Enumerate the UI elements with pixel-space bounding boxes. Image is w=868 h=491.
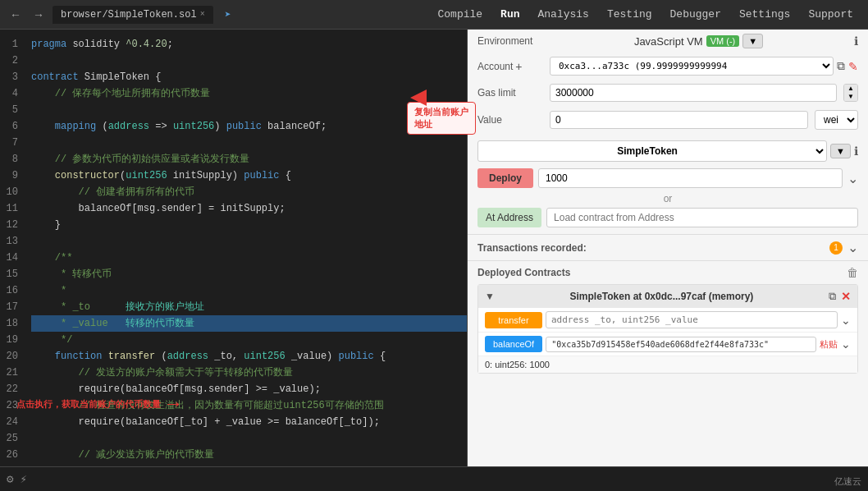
- deploy-button[interactable]: Deploy: [477, 168, 533, 188]
- transfer-button[interactable]: transfer: [485, 312, 542, 328]
- back-button[interactable]: ←: [7, 7, 25, 23]
- code-lines: 1 2 3 4 5 6 7 8 9 10 11 12 13 14 15 16 1: [0, 30, 467, 466]
- bottom-icon-2[interactable]: ⚡: [20, 472, 26, 486]
- code-editor-wrapper: 1 2 3 4 5 6 7 8 9 10 11 12 13 14 15 16 1: [0, 30, 468, 466]
- balanceof-button[interactable]: balanceOf: [485, 336, 542, 352]
- transfer-input[interactable]: [546, 311, 838, 328]
- forward-arrow-icon: ➤: [225, 8, 231, 21]
- close-tab-button[interactable]: ×: [200, 10, 205, 19]
- line-num-7: 7: [0, 135, 25, 151]
- code-content: pragma solidity ^0.4.20; contract Simple…: [25, 30, 467, 466]
- code-line-23: // 检查有没有发生溢出，因为数量有可能超过uint256可存储的范围: [31, 397, 467, 414]
- code-line-15: * 转移代币: [31, 266, 467, 282]
- file-tab[interactable]: browser/SimpleToken.sol ×: [53, 6, 213, 24]
- gas-down-button[interactable]: ▼: [844, 93, 857, 101]
- line-num-16: 16: [0, 282, 25, 299]
- code-line-7: [31, 135, 467, 151]
- gas-limit-input[interactable]: [550, 84, 837, 102]
- contract-select[interactable]: SimpleToken: [477, 140, 827, 162]
- nav-support[interactable]: Support: [800, 5, 861, 24]
- instance-title: SimpleToken at 0x0dc...97caf (memory): [500, 291, 824, 302]
- line-numbers: 1 2 3 4 5 6 7 8 9 10 11 12 13 14 15 16 1: [0, 30, 25, 466]
- line-num-25: 25: [0, 430, 25, 447]
- code-line-2: [31, 53, 467, 69]
- transactions-expand-button[interactable]: ⌄: [847, 240, 858, 255]
- account-edit-icon[interactable]: ✎: [848, 60, 858, 73]
- nav-compile[interactable]: Compile: [430, 5, 491, 24]
- instance-copy-icon[interactable]: ⧉: [829, 290, 836, 303]
- code-line-19: */: [31, 332, 467, 348]
- code-line-24: require(balanceOf[_to] + _value >= balan…: [31, 414, 467, 430]
- at-address-button[interactable]: At Address: [477, 208, 541, 227]
- deployed-contracts-title: Deployed Contracts: [477, 267, 842, 278]
- environment-dropdown[interactable]: ▼: [742, 34, 763, 48]
- code-editor[interactable]: 1 2 3 4 5 6 7 8 9 10 11 12 13 14 15 16 1: [0, 30, 468, 466]
- line-num-14: 14: [0, 250, 25, 266]
- nav-settings[interactable]: Settings: [731, 5, 798, 24]
- line-num-22: 22: [0, 381, 25, 397]
- top-bar-left: ← → browser/SimpleToken.sol × ➤: [7, 6, 425, 24]
- nav-run[interactable]: Run: [492, 5, 528, 24]
- value-label: Value: [477, 114, 543, 126]
- bottom-bar: ⚙ ⚡: [0, 466, 868, 491]
- code-line-13: [31, 233, 467, 250]
- top-bar: ← → browser/SimpleToken.sol × ➤ Compile …: [0, 0, 868, 30]
- nav-debugger[interactable]: Debugger: [662, 5, 729, 24]
- account-plus-icon[interactable]: +: [515, 60, 522, 73]
- transactions-header[interactable]: Transactions recorded: 1 ⌄: [477, 240, 858, 255]
- at-address-input[interactable]: [546, 208, 858, 227]
- transfer-expand-button[interactable]: ⌄: [841, 314, 851, 327]
- instance-close-icon[interactable]: ✕: [841, 290, 851, 303]
- code-line-5: [31, 102, 467, 118]
- nav-testing[interactable]: Testing: [599, 5, 660, 24]
- gas-up-button[interactable]: ▲: [844, 85, 857, 93]
- balanceof-expand-button[interactable]: ⌄: [841, 337, 851, 351]
- contract-info-icon[interactable]: ℹ: [854, 145, 858, 158]
- code-line-14: /**: [31, 250, 467, 266]
- watermark: 亿速云: [834, 475, 861, 488]
- value-row: Value wei: [468, 106, 868, 134]
- paste-button[interactable]: 粘贴: [820, 338, 838, 351]
- deploy-expand-button[interactable]: ⌄: [847, 171, 858, 186]
- account-select[interactable]: 0xca3...a733c (99.9999999999994: [550, 57, 834, 76]
- code-line-20: function transfer (address _to, uint256 …: [31, 348, 467, 365]
- line-num-12: 12: [0, 217, 25, 233]
- transfer-function-row: transfer ⌄: [478, 308, 857, 333]
- line-num-26: 26: [0, 447, 25, 463]
- line-num-11: 11: [0, 200, 25, 217]
- line-num-9: 9: [0, 167, 25, 184]
- line-num-15: 15: [0, 266, 25, 282]
- bottom-icon-1[interactable]: ⚙: [7, 472, 13, 486]
- deployed-contracts-header: Deployed Contracts 🗑: [477, 266, 858, 279]
- deployed-contracts-trash-icon[interactable]: 🗑: [847, 266, 858, 279]
- line-num-24: 24: [0, 414, 25, 430]
- value-input[interactable]: [550, 111, 808, 129]
- gas-limit-label: Gas limit: [477, 87, 543, 99]
- environment-info-icon[interactable]: ℹ: [854, 34, 858, 48]
- gas-spinner: ▲ ▼: [843, 84, 858, 102]
- environment-row: Environment JavaScript VM VM (-) ▼ ℹ: [468, 30, 868, 53]
- account-copy-icon[interactable]: ⧉: [837, 59, 845, 73]
- code-line-8: // 参数为代币的初始供应量或者说发行数量: [31, 151, 467, 167]
- tab-label: browser/SimpleToken.sol: [61, 9, 197, 21]
- line-num-20: 20: [0, 348, 25, 365]
- nav-analysis[interactable]: Analysis: [530, 5, 597, 24]
- forward-button[interactable]: →: [30, 7, 48, 23]
- balanceof-result: 0: uint256: 1000: [478, 356, 857, 373]
- instance-header[interactable]: ▼ SimpleToken at 0x0dc...97caf (memory) …: [478, 285, 857, 308]
- line-num-8: 8: [0, 151, 25, 167]
- balanceof-function-row: balanceOf 粘贴 ⌄: [478, 333, 857, 356]
- code-line-1: pragma solidity ^0.4.20;: [31, 36, 467, 53]
- contract-select-row: SimpleToken ▼ ℹ: [477, 140, 858, 162]
- line-num-6: 6: [0, 118, 25, 135]
- or-separator: or: [477, 193, 858, 204]
- value-unit-select[interactable]: wei: [815, 110, 858, 130]
- contract-select-dropdown[interactable]: ▼: [830, 144, 851, 158]
- top-navigation: Compile Run Analysis Testing Debugger Se…: [430, 5, 862, 24]
- account-value: 0xca3...a733c (99.9999999999994 ⧉ ✎: [550, 57, 858, 76]
- deploy-input[interactable]: [538, 168, 843, 188]
- code-line-16: *: [31, 282, 467, 299]
- balanceof-input[interactable]: [546, 337, 816, 352]
- line-num-19: 19: [0, 332, 25, 348]
- vm-badge: VM (-): [706, 35, 740, 47]
